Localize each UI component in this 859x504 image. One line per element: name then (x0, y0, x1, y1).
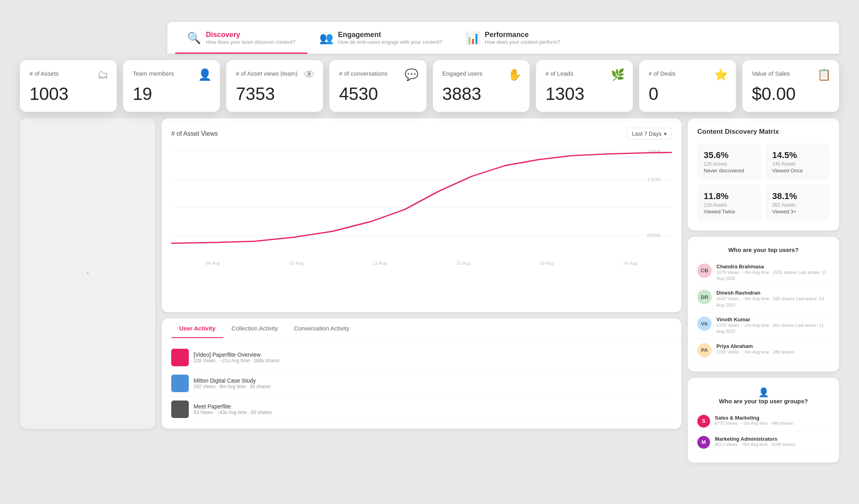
leads-value: 1303 (546, 84, 623, 104)
cell-assets-1: 125 Assets (704, 161, 755, 167)
metric-leads: 🌿 # of Leads 1303 (536, 60, 633, 112)
user-meta-3: 1376 Views · ~2m Avg time · 60x shares L… (716, 322, 830, 335)
matrix-cell-4: 38.1% 382 Assets Viewed 3+ (766, 185, 830, 221)
user-name-4: Priya Abraham (716, 343, 794, 349)
chart-svg-container: 7358 7105 6955 (171, 148, 672, 259)
list-item: Milton Digital Case Study 162 Views · 8m… (171, 371, 672, 397)
left-panel: ▪ (20, 118, 155, 429)
tab-conversation-activity[interactable]: Conversation Activity (286, 318, 357, 338)
sales-value: $0.00 (752, 84, 830, 104)
chart-filter-button[interactable]: Last 7 Days ▾ (627, 128, 672, 140)
group-name-2: Marketing Administrators (715, 436, 795, 442)
user-meta-1: 1079 Views · ~8m Avg time · 1531 shares … (716, 270, 830, 282)
content-area: ▪ # of Asset Views Last 7 Days ▾ (20, 118, 839, 429)
group-info-2: Marketing Administrators 4613 Views · ~0… (715, 436, 795, 447)
chevron-down-icon: ▾ (664, 131, 667, 137)
activity-thumb-2 (171, 375, 189, 392)
user-item-3: VK Vinoth Kumar 1376 Views · ~2m Avg tim… (697, 313, 830, 339)
metrics-row: 🗂 # of Assets 1003 👤 Team members 19 👁 #… (20, 60, 839, 112)
chart-panel: # of Asset Views Last 7 Days ▾ (162, 118, 681, 312)
tab-collection-activity[interactable]: Collection Activity (223, 318, 286, 338)
matrix-cell-3: 11.8% 118 Assets Viewed Twice (697, 185, 761, 221)
metric-team: 👤 Team members 19 (123, 60, 220, 112)
group-badge-2: M (697, 436, 710, 449)
asset-views-chart: 7358 7105 6955 (171, 148, 672, 251)
activity-panel: User Activity Collection Activity Conver… (162, 318, 681, 429)
user-avatar-4: PA (697, 343, 712, 357)
engaged-icon: ✋ (508, 68, 522, 81)
user-item-2: DR Dinesh Ravindran 1647 Views · ~8m Avg… (697, 286, 830, 313)
svg-text:6955: 6955 (647, 233, 661, 238)
conversations-value: 4530 (339, 84, 417, 104)
x-label-2: 10-Aug (290, 261, 303, 266)
user-name-3: Vinoth Kumar (716, 316, 830, 322)
list-item: [Video] Paperflite Overview 228 Views · … (171, 345, 672, 371)
x-label-5: 13-Aug (540, 261, 554, 266)
matrix-title: Content Discovery Matrix (697, 128, 830, 136)
discovery-icon: 🔍 (187, 31, 201, 45)
user-info-2: Dinesh Ravindran 1647 Views · ~8m Avg ti… (716, 290, 830, 308)
tab-performance[interactable]: 📊 Performance How does your content perf… (454, 22, 572, 54)
top-groups-title: 👤Who are your top user groups? (697, 387, 830, 404)
tab-discovery-desc: How does your team discover content? (206, 39, 295, 45)
user-meta-4: 1158 Views · ~6m Avg time · 280 shares (716, 349, 794, 355)
user-avatar-2: DR (697, 290, 712, 304)
user-groups-panel: 👤Who are your top user groups? S Sales &… (688, 378, 839, 463)
metric-asset-views: 👁 # of Asset views (team) 7353 (226, 60, 323, 112)
metric-assets: 🗂 # of Assets 1003 (20, 60, 117, 112)
user-meta-2: 1647 Views · ~8m Avg time · 530 shares L… (716, 296, 830, 308)
tab-performance-desc: How does your content perform? (485, 39, 560, 45)
tab-engagement[interactable]: 👥 Engagement How do end-users engage wit… (307, 22, 454, 54)
user-name-1: Chandra Brahmasa (716, 264, 830, 270)
metric-conversations: 💬 # of conversations 4530 (329, 60, 426, 112)
activity-content: [Video] Paperflite Overview 228 Views · … (162, 338, 681, 429)
list-item: Meet Paperflite 93 Views · ~43s Avg time… (171, 397, 672, 422)
user-item-4: PA Priya Abraham 1158 Views · ~6m Avg ti… (697, 339, 830, 362)
metric-sales: 📋 Value of Sales $0.00 (742, 60, 839, 112)
performance-icon: 📊 (466, 31, 480, 45)
group-meta-2: 4613 Views · ~0m Avg time · 3108 shares (715, 442, 795, 447)
asset-views-value: 7353 (236, 84, 313, 104)
activity-info-1: [Video] Paperflite Overview 228 Views · … (194, 352, 280, 363)
x-label-6: 14-Aug (623, 261, 637, 266)
tab-engagement-label: Engagement (338, 31, 442, 39)
x-label-4: 12-Aug (456, 261, 470, 266)
conversations-icon: 💬 (405, 68, 419, 81)
team-value: 19 (133, 84, 210, 104)
tab-discovery[interactable]: 🔍 Discovery How does your team discover … (175, 22, 307, 54)
group-badge-1: S (697, 415, 710, 428)
deals-icon: ⭐ (714, 68, 728, 81)
activity-name-2: Milton Digital Case Study (194, 377, 271, 384)
user-avatar-1: CB (697, 264, 712, 278)
user-info-4: Priya Abraham 1158 Views · ~6m Avg time … (716, 343, 794, 355)
discovery-matrix: Content Discovery Matrix 35.6% 125 Asset… (688, 118, 839, 231)
activity-meta-2: 162 Views · 8m Avg time · 38 shares (194, 384, 271, 389)
engaged-value: 3883 (442, 84, 520, 104)
user-info-1: Chandra Brahmasa 1079 Views · ~8m Avg ti… (716, 264, 830, 282)
cell-assets-3: 118 Assets (704, 202, 755, 208)
top-nav: 🔍 Discovery How does your team discover … (167, 22, 839, 54)
chart-x-axis: 09-Aug 10-Aug 11-Aug 12-Aug 13-Aug 14-Au… (171, 259, 672, 266)
chart-header: # of Asset Views Last 7 Days ▾ (171, 128, 672, 140)
activity-thumb-3 (171, 400, 189, 418)
svg-text:7105: 7105 (647, 177, 661, 182)
cell-label-4: Viewed 3+ (772, 209, 823, 215)
center-panel: # of Asset Views Last 7 Days ▾ (162, 118, 681, 429)
activity-info-3: Meet Paperflite 93 Views · ~43s Avg time… (194, 403, 272, 415)
tab-user-activity[interactable]: User Activity (171, 318, 223, 338)
tab-discovery-label: Discovery (206, 31, 295, 39)
engagement-icon: 👥 (319, 31, 333, 45)
cell-pct-3: 11.8% (704, 191, 755, 201)
activity-info-2: Milton Digital Case Study 162 Views · 8m… (194, 377, 271, 389)
cell-assets-2: 145 Assets (772, 161, 823, 167)
cell-label-2: Viewed Once (772, 168, 823, 174)
metric-deals: ⭐ # of Deals 0 (639, 60, 736, 112)
cell-pct-4: 38.1% (772, 191, 823, 201)
deals-value: 0 (649, 84, 726, 104)
svg-text:7358: 7358 (647, 149, 661, 154)
user-info-3: Vinoth Kumar 1376 Views · ~2m Avg time ·… (716, 316, 830, 335)
matrix-cell-1: 35.6% 125 Assets Never discovered (697, 144, 761, 180)
group-item-2: M Marketing Administrators 4613 Views · … (697, 432, 830, 453)
team-icon: 👤 (198, 68, 212, 81)
right-panel: Content Discovery Matrix 35.6% 125 Asset… (688, 118, 839, 429)
